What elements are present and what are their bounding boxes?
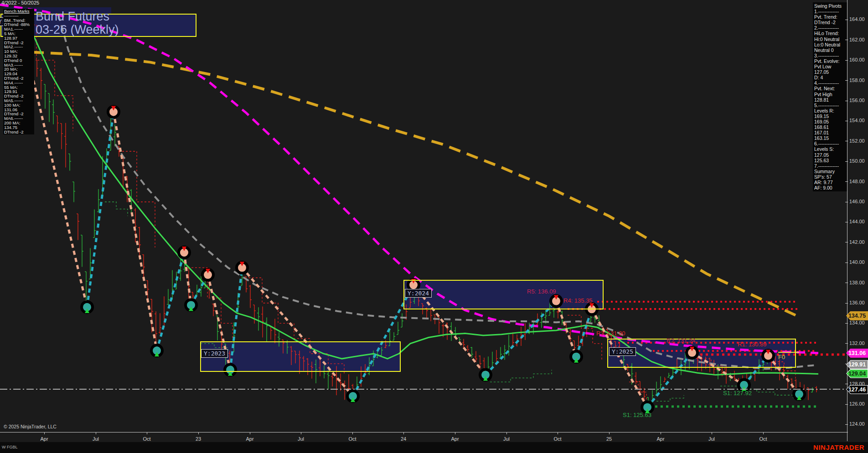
swing-pivots-line: 168.61 xyxy=(814,124,846,130)
bench-marks-line: 200 MA: xyxy=(4,121,33,125)
tick-dash-icon xyxy=(845,343,848,344)
bench-marks-line: 128.97 xyxy=(4,36,33,41)
swing-pivots-line: 167.01 xyxy=(814,130,846,135)
time-label-apr[interactable]: Apr xyxy=(451,436,459,442)
year-range-label-y2024[interactable]: Y:2024 xyxy=(405,289,432,298)
price-tick: 136.00 xyxy=(845,300,865,305)
time-label-24[interactable]: 24 xyxy=(401,436,406,442)
bench-marks-line: DTrend -2 xyxy=(4,76,33,81)
time-tick xyxy=(763,432,764,434)
price-marker-value: 129.04 xyxy=(847,370,868,378)
bench-marks-line: BM..Trend: xyxy=(4,18,33,23)
year-range-label-y2023[interactable]: Y:2023 xyxy=(201,349,228,358)
swing-pivots-line: Pvt. Trend: xyxy=(814,14,846,20)
bench-marks-line: DTrend -88% xyxy=(4,22,33,27)
price-tick: 140.00 xyxy=(845,259,865,265)
swing-pivots-line: 6.------------- xyxy=(814,141,846,146)
price-tick: 152.00 xyxy=(845,138,865,144)
price-tick: 160.00 xyxy=(845,57,865,62)
chart-title: Bund Futures 03-26 (Weekly) xyxy=(36,10,119,36)
hilo-stop-green-0 xyxy=(105,202,128,216)
swing-pivots-line: 169.05 xyxy=(814,119,846,124)
bench-marks-line: 131.06 xyxy=(4,108,33,112)
time-tick xyxy=(558,432,558,434)
price-chart-canvas[interactable] xyxy=(0,0,848,432)
level-label-r5: R5: 136.09 xyxy=(527,288,556,295)
time-label-jul[interactable]: Jul xyxy=(708,436,715,442)
time-label-apr[interactable]: Apr xyxy=(40,436,48,442)
price-marker-value: 134.75 xyxy=(846,311,868,320)
time-label-23[interactable]: 23 xyxy=(196,436,201,442)
time-label-oct[interactable]: Oct xyxy=(143,436,150,442)
bench-marks-line: 129.32 xyxy=(4,54,33,58)
tick-dash-icon xyxy=(845,181,848,182)
time-tick xyxy=(352,432,353,434)
copyright-text: © 2025 NinjaTrader, LLC xyxy=(4,424,57,429)
price-marker-value: 127.46 xyxy=(847,386,868,394)
bench-marks-line: Bench Marks xyxy=(4,9,33,14)
price-tick: 134.00 xyxy=(845,320,865,325)
bench-marks-line: 55 MA: xyxy=(4,85,33,90)
time-tick xyxy=(506,432,507,434)
swing-pivots-line: DTrend -2 xyxy=(814,20,846,25)
level-label-r2: R2: 131.24 xyxy=(666,337,696,344)
time-label-jul[interactable]: Jul xyxy=(298,436,304,442)
tick-dash-icon xyxy=(845,323,848,324)
swing-pivots-line: D: 4 xyxy=(814,75,846,80)
time-label-oct[interactable]: Oct xyxy=(759,436,767,442)
swing-pivots-line: 1.------------- xyxy=(814,9,846,14)
bench-marks-line: MA4.------ xyxy=(4,81,33,85)
price-tick: 156.00 xyxy=(845,98,865,103)
tick-dash-icon xyxy=(845,101,848,101)
time-axis-border xyxy=(0,432,848,432)
tick-dash-icon xyxy=(845,242,848,242)
time-tick xyxy=(301,432,301,434)
tick-dash-icon xyxy=(845,384,848,384)
swing-pivots-indicator-panel: Swing Pivots1.-------------Pvt. Trend:DT… xyxy=(813,2,847,191)
time-tick xyxy=(661,432,661,434)
time-label-jul[interactable]: Jul xyxy=(503,436,510,442)
price-tick: 148.00 xyxy=(845,179,865,184)
price-tick: 126.00 xyxy=(845,401,865,407)
time-label-apr[interactable]: Apr xyxy=(656,436,664,442)
bench-marks-line: DTrend -2 xyxy=(4,41,33,45)
visible-range-text: 4/2022 - 50/2025 xyxy=(1,0,39,5)
tick-dash-icon xyxy=(845,222,848,222)
price-tick: 144.00 xyxy=(845,219,865,224)
time-label-oct[interactable]: Oct xyxy=(348,436,356,442)
time-tick xyxy=(455,432,455,434)
tick-dash-icon xyxy=(845,283,848,283)
chart-title-line1: Bund Futures xyxy=(36,10,119,23)
swing-pivots-line: AF: 9.00 xyxy=(814,185,846,190)
price-tick: 142.00 xyxy=(845,239,865,245)
tick-dash-icon xyxy=(845,40,848,40)
hilo-stop-green-3 xyxy=(656,395,684,401)
tick-dash-icon xyxy=(845,141,848,141)
price-tick: 164.00 xyxy=(845,16,865,22)
price-marker-131.06: 131.06 xyxy=(846,349,868,358)
time-label-25[interactable]: 25 xyxy=(606,436,612,442)
swing-pivots-line: Levels R: xyxy=(814,108,846,113)
time-label-apr[interactable]: Apr xyxy=(246,436,253,442)
price-marker-value: 129.91 xyxy=(847,360,868,369)
bench-marks-line: 20 MA: xyxy=(4,67,33,72)
swing-pivots-line: 4.------------- xyxy=(814,80,846,86)
price-tick: 162.00 xyxy=(845,37,865,42)
bench-marks-line: 129.91 xyxy=(4,89,33,94)
instrument-code-text: W FGBL xyxy=(2,445,18,449)
tick-dash-icon xyxy=(845,303,848,304)
time-label-oct[interactable]: Oct xyxy=(553,436,561,442)
bench-marks-line: 134.75 xyxy=(4,125,33,130)
bench-marks-line: MA3.------ xyxy=(4,63,33,67)
bench-marks-line: ---------- xyxy=(4,14,33,18)
bench-marks-line: DTrend -2 xyxy=(4,94,33,98)
time-label-jul[interactable]: Jul xyxy=(93,436,99,442)
tick-dash-icon xyxy=(845,263,848,263)
swing-pivots-line: 127.05 xyxy=(814,152,846,158)
swing-pivots-line: 163.15 xyxy=(814,135,846,141)
swing-pivots-line: 5.------------- xyxy=(814,103,846,108)
year-range-label-y2025[interactable]: Y:2025 xyxy=(609,347,636,356)
price-tick: 124.00 xyxy=(845,421,865,427)
bench-marks-indicator-panel: Bench Marks----------BM..Trend:DTrend -8… xyxy=(3,9,34,134)
tick-dash-icon xyxy=(845,121,848,121)
